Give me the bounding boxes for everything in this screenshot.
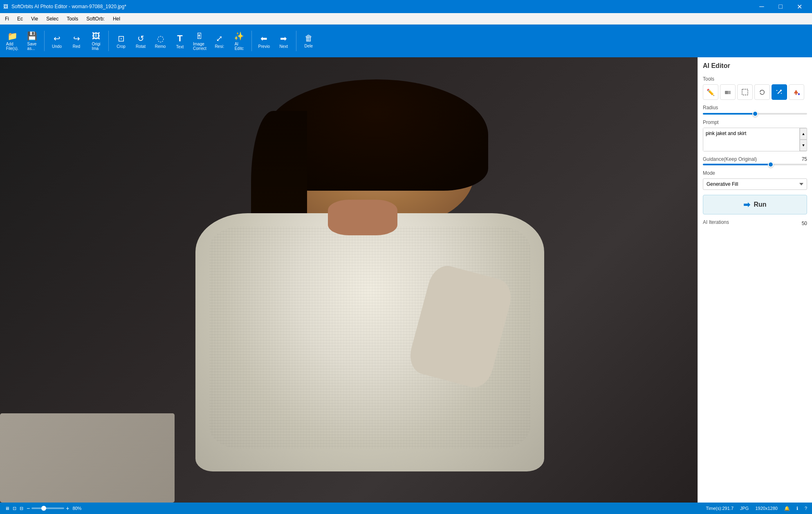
add-file-button[interactable]: 📁 AddFile(s). bbox=[3, 27, 21, 55]
help-icon[interactable]: ? bbox=[805, 506, 807, 511]
rect-select-tool[interactable] bbox=[737, 84, 753, 100]
next-label: Next bbox=[280, 44, 288, 49]
separator-1 bbox=[44, 31, 45, 51]
app-icon: 🖼 bbox=[3, 4, 8, 9]
menu-bar: Fi Ec Vie Selec Tools SoftOrb: Hel bbox=[0, 13, 812, 25]
menu-help[interactable]: Hel bbox=[110, 14, 123, 23]
remove-label: Remo bbox=[155, 44, 166, 49]
radius-slider-fill bbox=[703, 113, 755, 115]
menu-view[interactable]: Vie bbox=[28, 14, 41, 23]
run-button[interactable]: ➡ Run bbox=[703, 195, 807, 214]
delete-icon: 🗑 bbox=[305, 34, 313, 43]
prompt-scroll-up-button[interactable]: ▲ bbox=[800, 128, 807, 140]
mode-label: Mode bbox=[703, 170, 807, 176]
prompt-scroll-down-button[interactable]: ▼ bbox=[800, 140, 807, 151]
text-button[interactable]: T Text bbox=[171, 27, 189, 55]
eraser-tool[interactable] bbox=[720, 84, 736, 100]
crop-icon: ⊡ bbox=[118, 34, 125, 43]
delete-button[interactable]: 🗑 Dele bbox=[300, 27, 318, 55]
close-button[interactable]: ✕ bbox=[790, 0, 809, 13]
next-icon: ➡ bbox=[280, 34, 287, 43]
redo-button[interactable]: ↪ Red bbox=[67, 27, 85, 55]
notification-icon[interactable]: 🔔 bbox=[784, 506, 790, 511]
maximize-button[interactable]: □ bbox=[771, 0, 790, 13]
pencil-tool[interactable]: ✏️ bbox=[703, 84, 718, 100]
undo-label: Undo bbox=[52, 44, 62, 49]
menu-select[interactable]: Selec bbox=[43, 14, 62, 23]
status-monitor-icon: 🖥 bbox=[5, 506, 9, 511]
remove-button[interactable]: ◌ Remo bbox=[151, 27, 169, 55]
main-area: AI Editor Tools ✏️ bbox=[0, 57, 812, 503]
undo-button[interactable]: ↩ Undo bbox=[48, 27, 66, 55]
zoom-slider[interactable] bbox=[31, 507, 64, 509]
iterations-value: 50 bbox=[802, 221, 807, 226]
paint-bucket-tool[interactable] bbox=[789, 84, 804, 100]
svg-rect-9 bbox=[796, 93, 796, 95]
guidance-slider-fill bbox=[703, 164, 771, 165]
prompt-container: pink jaket and skirt ▲ ▼ bbox=[703, 128, 807, 151]
title-bar: 🖼 SoftOrbits AI Photo Editor - woman-970… bbox=[0, 0, 812, 13]
time-display: Time(s):291.7 bbox=[706, 506, 733, 511]
guidance-slider-track[interactable] bbox=[703, 164, 807, 165]
menu-softorb[interactable]: SoftOrb: bbox=[83, 14, 108, 23]
photo-background bbox=[0, 57, 698, 503]
menu-file[interactable]: Fi bbox=[2, 14, 12, 23]
magic-wand-tool[interactable] bbox=[772, 84, 787, 100]
redo-label: Red bbox=[73, 44, 80, 49]
prompt-input[interactable]: pink jaket and skirt bbox=[703, 128, 799, 151]
iterations-section: AI Iterations 50 bbox=[703, 219, 807, 228]
add-file-icon: 📁 bbox=[7, 31, 18, 41]
guidance-slider-thumb[interactable] bbox=[768, 162, 774, 167]
ai-edit-label: AIEditc bbox=[235, 42, 244, 51]
guidance-value: 75 bbox=[802, 156, 807, 162]
dimensions-display: 1920x1280 bbox=[755, 506, 777, 511]
save-as-button[interactable]: 💾 Saveas... bbox=[23, 27, 41, 55]
menu-edit[interactable]: Ec bbox=[14, 14, 26, 23]
tools-label: Tools bbox=[703, 76, 807, 82]
rotate-icon: ↺ bbox=[137, 34, 144, 43]
image-correct-button[interactable]: 🎚 ImageCorrect bbox=[191, 27, 209, 55]
status-zoom-fit-icon[interactable]: ⊡ bbox=[13, 506, 16, 511]
lasso-tool[interactable] bbox=[754, 84, 770, 100]
panel-title: AI Editor bbox=[703, 62, 807, 70]
svg-rect-2 bbox=[742, 89, 748, 95]
radius-slider-thumb[interactable] bbox=[752, 111, 758, 117]
rotate-button[interactable]: ↺ Rotat bbox=[132, 27, 150, 55]
save-label: Saveas... bbox=[27, 42, 37, 51]
radius-slider-track[interactable] bbox=[703, 113, 807, 115]
zoom-minus-icon[interactable]: − bbox=[27, 505, 30, 512]
original-button[interactable]: 🖼 OrigiIma bbox=[87, 27, 105, 55]
text-label: Text bbox=[176, 45, 184, 49]
zoom-level: 80% bbox=[72, 506, 81, 511]
ai-edit-button[interactable]: ✨ AIEditc bbox=[230, 27, 248, 55]
zoom-thumb[interactable] bbox=[41, 506, 46, 511]
resize-button[interactable]: ⤢ Resi: bbox=[211, 27, 229, 55]
original-icon: 🖼 bbox=[92, 32, 100, 41]
previous-button[interactable]: ⬅ Previo bbox=[255, 27, 273, 55]
menu-tools[interactable]: Tools bbox=[63, 14, 81, 23]
info-icon[interactable]: ℹ bbox=[796, 506, 798, 511]
radius-section: Radius bbox=[703, 105, 807, 115]
delete-label: Dele bbox=[305, 44, 313, 48]
mode-select[interactable]: Generative Fill Inpainting Outpainting bbox=[703, 178, 807, 190]
next-button[interactable]: ➡ Next bbox=[275, 27, 293, 55]
add-file-label: AddFile(s). bbox=[6, 42, 19, 51]
photo-display bbox=[0, 57, 698, 503]
resize-label: Resi: bbox=[215, 44, 224, 49]
guidance-label: Guidance(Keep Original) bbox=[703, 156, 757, 162]
canvas-area[interactable] bbox=[0, 57, 698, 503]
redo-icon: ↪ bbox=[73, 34, 80, 43]
minimize-button[interactable]: ─ bbox=[752, 0, 771, 13]
original-label: OrigiIma bbox=[92, 42, 100, 51]
image-correct-label: ImageCorrect bbox=[193, 42, 206, 51]
right-panel: AI Editor Tools ✏️ bbox=[698, 57, 812, 503]
separator-3 bbox=[251, 31, 252, 51]
svg-point-4 bbox=[780, 90, 782, 91]
crop-button[interactable]: ⊡ Crop bbox=[112, 27, 130, 55]
zoom-plus-icon[interactable]: + bbox=[66, 505, 69, 512]
run-label: Run bbox=[754, 201, 766, 208]
format-display: JPG bbox=[740, 506, 749, 511]
tools-row: ✏️ bbox=[703, 84, 807, 100]
status-zoom-out-icon[interactable]: ⊟ bbox=[20, 506, 23, 511]
previous-icon: ⬅ bbox=[260, 34, 267, 43]
